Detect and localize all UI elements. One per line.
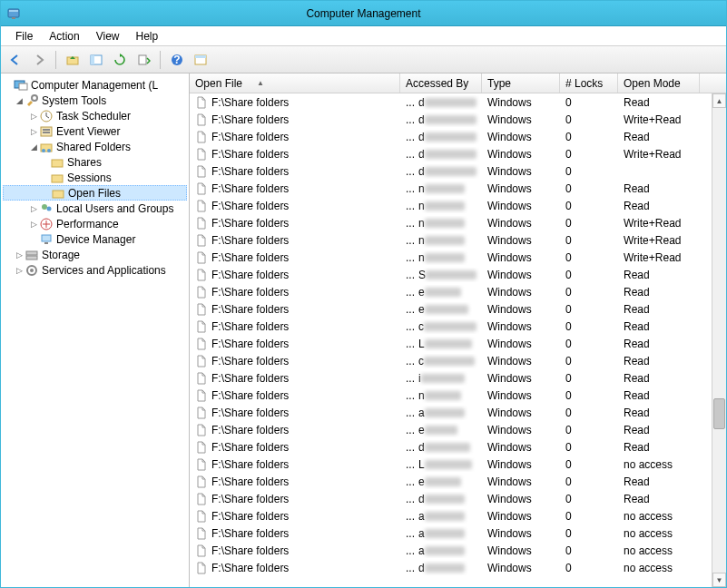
scroll-up-button[interactable]: ▲ <box>712 93 726 108</box>
table-row[interactable]: F:\Share folders...nWindows0Write+Read <box>190 249 726 266</box>
table-row[interactable]: F:\Share folders...aWindows0Read <box>190 404 726 421</box>
help-button[interactable]: ? <box>166 49 188 71</box>
svg-rect-10 <box>195 55 206 58</box>
export-list-button[interactable] <box>133 49 154 71</box>
expander-icon[interactable]: ▷ <box>28 112 39 121</box>
cell-accessed-by: ...c <box>400 354 482 368</box>
table-row[interactable]: F:\Share folders...LWindows0no access <box>190 456 726 473</box>
scroll-thumb[interactable] <box>713 398 725 429</box>
column-header-accessed-by[interactable]: Accessed By <box>400 74 482 93</box>
column-header-locks[interactable]: # Locks <box>560 74 618 93</box>
table-row[interactable]: F:\Share folders...aWindows0no access <box>190 507 726 524</box>
table-row[interactable]: F:\Share folders...dWindows0Read <box>190 128 726 145</box>
tree-shares[interactable]: Shares <box>3 154 187 170</box>
menu-action[interactable]: Action <box>42 28 86 44</box>
table-row[interactable]: F:\Share folders...dWindows0Read <box>190 93 726 111</box>
table-row[interactable]: F:\Share folders...SWindows0Read <box>190 266 726 283</box>
tree-open-files[interactable]: Open Files <box>3 185 187 201</box>
table-row[interactable]: F:\Share folders...nWindows0Write+Read <box>190 214 726 231</box>
cell-locks: 0 <box>560 509 618 524</box>
table-row[interactable]: F:\Share folders...dWindows0no access <box>190 559 726 576</box>
tree-local-users[interactable]: ▷ Local Users and Groups <box>3 201 187 216</box>
show-hide-tree-button[interactable] <box>85 49 107 71</box>
column-header-open-mode[interactable]: Open Mode <box>618 74 700 93</box>
up-button[interactable] <box>62 49 84 71</box>
scroll-down-button[interactable]: ▼ <box>712 573 726 587</box>
table-row[interactable]: F:\Share folders...eWindows0Read <box>190 300 726 318</box>
table-row[interactable]: F:\Share folders...dWindows0Read <box>190 438 726 456</box>
table-row[interactable]: F:\Share folders...dWindows0 <box>190 162 726 180</box>
cell-open-mode: Read <box>618 423 700 437</box>
refresh-button[interactable] <box>109 49 131 71</box>
expander-icon[interactable]: ▷ <box>14 250 25 260</box>
tree-sessions[interactable]: Sessions <box>3 170 187 185</box>
cell-type: Windows <box>482 268 560 282</box>
table-row[interactable]: F:\Share folders...eWindows0Read <box>190 421 726 438</box>
cell-locks: 0 <box>560 440 618 455</box>
cell-locks: 0 <box>560 95 618 110</box>
table-row[interactable]: F:\Share folders...nWindows0Read <box>190 180 726 197</box>
menu-help[interactable]: Help <box>129 28 166 44</box>
column-header-open-file[interactable]: Open File▲ <box>190 74 400 93</box>
menu-view[interactable]: View <box>89 28 127 44</box>
table-row[interactable]: F:\Share folders...eWindows0Read <box>190 473 726 490</box>
expander-icon[interactable]: ▷ <box>28 127 39 136</box>
tree-label: Services and Applications <box>42 264 166 277</box>
back-button[interactable] <box>5 49 26 71</box>
table-row[interactable]: F:\Share folders...dWindows0Write+Read <box>190 145 726 162</box>
expander-icon[interactable]: ◢ <box>28 142 39 152</box>
column-header-type[interactable]: Type <box>482 74 560 93</box>
table-row[interactable]: F:\Share folders...iWindows0Read <box>190 369 726 387</box>
menu-file[interactable]: File <box>8 28 40 44</box>
titlebar[interactable]: Computer Management <box>1 1 726 26</box>
cell-open-file: F:\Share folders <box>190 354 400 368</box>
svg-rect-6 <box>139 55 146 64</box>
cell-type: Windows <box>482 113 560 127</box>
expander-icon[interactable]: ▷ <box>14 266 25 275</box>
cell-open-mode: no access <box>618 457 700 472</box>
table-row[interactable]: F:\Share folders...nWindows0Read <box>190 197 726 214</box>
svg-rect-1 <box>9 10 18 12</box>
scroll-track[interactable] <box>712 108 726 573</box>
cell-accessed-by: ...n <box>400 216 482 230</box>
tree-device-manager[interactable]: Device Manager <box>3 231 187 247</box>
table-row[interactable]: F:\Share folders...nWindows0Read <box>190 387 726 404</box>
table-row[interactable]: F:\Share folders...nWindows0Write+Read <box>190 231 726 249</box>
expander-icon[interactable]: ▷ <box>28 204 39 213</box>
cell-open-file: F:\Share folders <box>190 199 400 213</box>
tree-pane[interactable]: Computer Management (L ◢ System Tools ▷ … <box>1 74 190 587</box>
vertical-scrollbar[interactable]: ▲ ▼ <box>712 93 726 587</box>
forward-button[interactable] <box>28 49 50 71</box>
cell-open-file: F:\Share folders <box>190 388 400 403</box>
tree-services-apps[interactable]: ▷ Services and Applications <box>3 262 187 278</box>
cell-locks: 0 <box>560 388 618 403</box>
table-row[interactable]: F:\Share folders...aWindows0no access <box>190 542 726 559</box>
table-row[interactable]: F:\Share folders...aWindows0no access <box>190 524 726 542</box>
tree-storage[interactable]: ▷ Storage <box>3 247 187 262</box>
cell-locks: 0 <box>560 526 618 541</box>
cell-accessed-by: ...e <box>400 285 482 299</box>
file-icon <box>195 251 208 264</box>
expander-icon[interactable]: ◢ <box>14 96 25 105</box>
cell-type: Windows <box>482 509 560 524</box>
tree-performance[interactable]: ▷ Performance <box>3 216 187 231</box>
tree-event-viewer[interactable]: ▷ Event Viewer <box>3 123 187 139</box>
expander-icon[interactable]: ▷ <box>28 220 39 229</box>
table-row[interactable]: F:\Share folders...dWindows0Read <box>190 490 726 507</box>
tree-root[interactable]: Computer Management (L <box>3 77 187 93</box>
table-row[interactable]: F:\Share folders...eWindows0Read <box>190 283 726 300</box>
back-arrow-icon <box>8 53 23 67</box>
table-row[interactable]: F:\Share folders...dWindows0Write+Read <box>190 111 726 128</box>
table-row[interactable]: F:\Share folders...cWindows0Read <box>190 352 726 369</box>
cell-type: Windows <box>482 233 560 248</box>
tree-shared-folders[interactable]: ◢ Shared Folders <box>3 139 187 154</box>
list-body[interactable]: F:\Share folders...dWindows0ReadF:\Share… <box>190 93 726 587</box>
cell-open-file: F:\Share folders <box>190 371 400 386</box>
list-header: Open File▲ Accessed By Type # Locks Open… <box>190 74 726 93</box>
tree-task-scheduler[interactable]: ▷ Task Scheduler <box>3 108 187 123</box>
svg-rect-30 <box>26 256 37 260</box>
table-row[interactable]: F:\Share folders...cWindows0Read <box>190 318 726 335</box>
disconnect-all-button[interactable] <box>190 49 211 71</box>
tree-system-tools[interactable]: ◢ System Tools <box>3 93 187 108</box>
table-row[interactable]: F:\Share folders...LWindows0Read <box>190 335 726 352</box>
